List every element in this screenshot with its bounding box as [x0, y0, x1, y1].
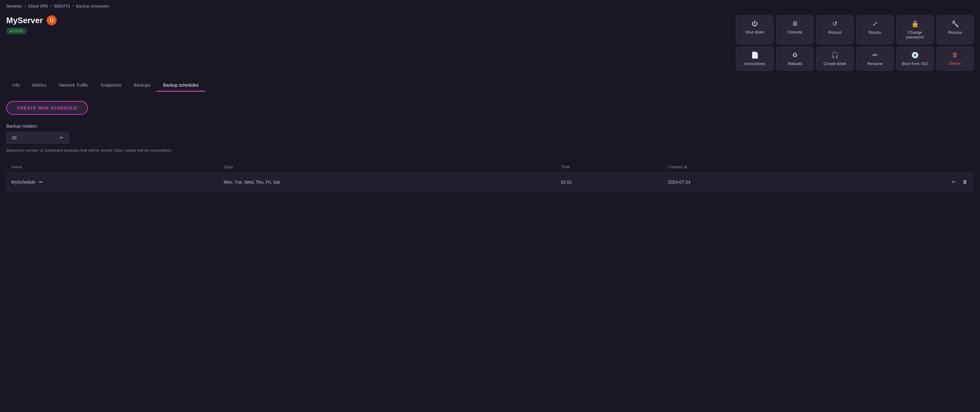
delete-label: Delete — [949, 61, 961, 66]
boot-from-iso-label: Boot from ISO — [902, 61, 928, 66]
breadcrumb-server-id[interactable]: 5203773 — [54, 4, 70, 8]
schedule-table-body: MySchedule ✏ Mon, Tue, Wed, Thu, Fri, Sa… — [6, 173, 974, 191]
schedule-table-head: Name Days Time Created at — [6, 161, 974, 173]
tab-metrics[interactable]: Metrics — [26, 80, 52, 92]
tab-info[interactable]: Info — [6, 80, 26, 92]
create-ticket-icon: 🎧 — [831, 51, 839, 59]
col-created-at: Created at — [663, 161, 829, 173]
boot-from-iso-button[interactable]: 💿 Boot from ISO — [896, 47, 934, 71]
rebuild-icon: ♻ — [792, 51, 798, 59]
console-label: Console — [788, 30, 802, 34]
rotation-input-row: 10 ✏ — [6, 132, 974, 143]
delete-icon: 🗑 — [952, 51, 958, 59]
rename-icon: ✏ — [872, 51, 878, 59]
rotation-value: 10 — [11, 135, 17, 140]
rotation-input[interactable]: 10 ✏ — [6, 132, 69, 143]
rebuild-label: Rebuild — [788, 61, 802, 66]
col-actions — [828, 161, 974, 173]
reboot-button[interactable]: ↺ Reboot — [816, 15, 854, 44]
breadcrumb-sep-1: > — [24, 4, 26, 8]
resize-button[interactable]: ⤢ Resize — [856, 15, 894, 44]
action-buttons-row2: 📄 Instructions ♻ Rebuild 🎧 Create ticket… — [736, 47, 974, 71]
breadcrumb-sep-2: > — [50, 4, 52, 8]
resize-label: Resize — [869, 30, 881, 35]
action-buttons-row1: ⏻ Shut down 🖥 Console ↺ Reboot ⤢ Resize … — [736, 15, 974, 44]
instructions-button[interactable]: 📄 Instructions — [736, 47, 773, 71]
reboot-label: Reboot — [828, 30, 842, 35]
create-ticket-label: Create ticket — [824, 61, 846, 66]
delete-button[interactable]: 🗑 Delete — [936, 47, 974, 71]
rebuild-button[interactable]: ♻ Rebuild — [776, 47, 814, 71]
col-time: Time — [556, 161, 663, 173]
schedule-name-cell: MySchedule ✏ — [6, 173, 219, 191]
schedule-days: Mon, Tue, Wed, Thu, Fri, Sat — [219, 173, 556, 191]
col-days: Days — [219, 161, 556, 173]
breadcrumb-cloud-vps[interactable]: Cloud VPS — [28, 4, 48, 8]
tab-backups[interactable]: Backups — [127, 80, 157, 92]
breadcrumb-services[interactable]: Services — [6, 4, 22, 8]
server-name: MyServer — [6, 16, 43, 25]
instructions-icon: 📄 — [751, 51, 759, 59]
schedule-table: Name Days Time Created at MySchedule ✏ M… — [6, 161, 974, 191]
rescue-label: Rescue — [948, 30, 962, 35]
server-name-row: MyServer U — [6, 15, 57, 25]
nav-tabs: Info Metrics Network Traffic Snapshots B… — [0, 80, 980, 92]
rotation-label: Backup rotation: — [6, 124, 974, 129]
breadcrumb-sep-3: > — [72, 4, 74, 8]
create-ticket-button[interactable]: 🎧 Create ticket — [816, 47, 854, 71]
schedule-created-at: 2024-07-24 — [663, 173, 829, 191]
tab-network-traffic[interactable]: Network Traffic — [52, 80, 94, 92]
rotation-edit-icon[interactable]: ✏ — [60, 135, 64, 140]
shutdown-label: Shut down — [745, 30, 764, 34]
boot-from-iso-icon: 💿 — [911, 51, 919, 59]
change-password-label: Change password — [900, 30, 930, 40]
console-button[interactable]: 🖥 Console — [776, 15, 814, 44]
reboot-icon: ↺ — [832, 20, 838, 27]
page-content: CREATE NEW SCHEDULE Backup rotation: 10 … — [0, 92, 980, 201]
row-edit-button[interactable]: ✏ — [950, 178, 957, 186]
rename-button[interactable]: ✏ Rename — [856, 47, 894, 71]
create-new-schedule-button[interactable]: CREATE NEW SCHEDULE — [6, 101, 88, 115]
ubuntu-icon: U — [47, 15, 57, 25]
rotation-hint: Maximum number of scheduled backups that… — [6, 148, 974, 153]
shutdown-icon: ⏻ — [752, 20, 758, 27]
inline-edit-icon[interactable]: ✏ — [39, 180, 43, 185]
shutdown-button[interactable]: ⏻ Shut down — [736, 15, 773, 44]
console-icon: 🖥 — [792, 20, 798, 27]
rescue-icon: 🔧 — [951, 20, 959, 27]
status-badge: ACTIVE — [6, 28, 27, 34]
tab-backup-schedules[interactable]: Backup schedules — [157, 80, 205, 92]
schedule-time: 02:01 — [556, 173, 663, 191]
resize-icon: ⤢ — [872, 20, 878, 27]
breadcrumb: Services > Cloud VPS > 5203773 > Backup … — [0, 0, 980, 12]
col-name: Name — [6, 161, 219, 173]
schedule-row-actions: ✏ 🗑 — [828, 173, 974, 191]
tab-snapshots[interactable]: Snapshots — [94, 80, 127, 92]
change-password-icon: 🔒 — [911, 20, 919, 27]
server-info: MyServer U ACTIVE — [6, 15, 57, 34]
main-header: MyServer U ACTIVE ⏻ Shut down 🖥 Console … — [0, 12, 980, 71]
breadcrumb-current: Backup schedules — [76, 4, 109, 8]
schedule-name: MySchedule — [11, 180, 35, 185]
row-delete-button[interactable]: 🗑 — [961, 178, 969, 186]
rescue-button[interactable]: 🔧 Rescue — [936, 15, 974, 44]
change-password-button[interactable]: 🔒 Change password — [896, 15, 934, 44]
rename-label: Rename — [867, 61, 882, 66]
instructions-label: Instructions — [745, 61, 765, 66]
table-row: MySchedule ✏ Mon, Tue, Wed, Thu, Fri, Sa… — [6, 173, 974, 191]
